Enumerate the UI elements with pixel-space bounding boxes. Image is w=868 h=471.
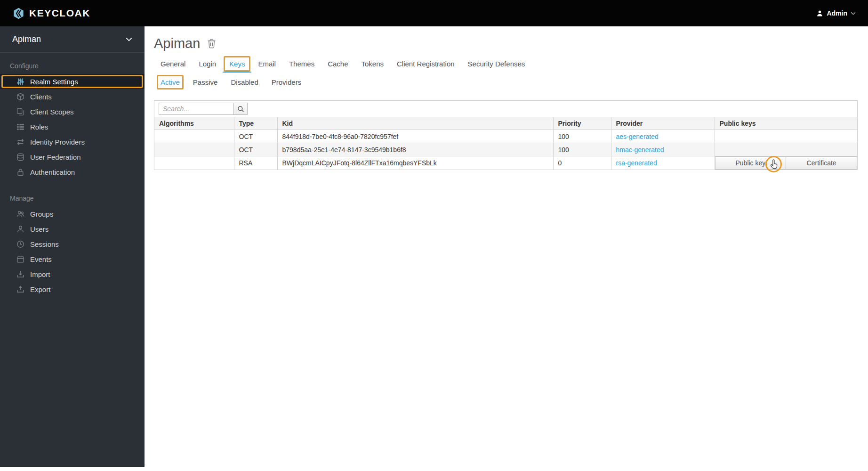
- column-header-provider: Provider: [611, 117, 715, 130]
- users-icon: [16, 210, 25, 218]
- sidebar-item-label: Import: [30, 270, 50, 278]
- database-icon: [16, 153, 25, 161]
- cell-algorithms: [154, 156, 234, 170]
- tab-tokens[interactable]: Tokens: [355, 56, 391, 73]
- provider-link[interactable]: aes-generated: [616, 133, 659, 140]
- clock-icon: [16, 240, 25, 248]
- tab-themes[interactable]: Themes: [282, 56, 321, 73]
- sidebar-item-import[interactable]: Import: [0, 267, 145, 282]
- sidebar-item-label: Realm Settings: [30, 78, 78, 86]
- calendar-icon: [16, 255, 25, 263]
- chevron-down-icon: [851, 12, 856, 15]
- cell-public-keys: [715, 130, 857, 143]
- certificate-button-label: Certificate: [807, 159, 836, 167]
- public-key-button[interactable]: Public key: [715, 156, 787, 170]
- search-button[interactable]: [233, 103, 248, 115]
- sidebar-item-identity-providers[interactable]: Identity Providers: [0, 134, 145, 149]
- cell-algorithms: [154, 143, 234, 156]
- brand-text: KEYCLOAK: [29, 8, 90, 19]
- chevron-down-icon: [126, 37, 132, 41]
- sidebar-item-label: Authentication: [30, 168, 75, 176]
- table-row: RSA BWjDqcmLAICpyJFotq-8l64ZllFTxa16mqbe…: [154, 156, 857, 170]
- search-icon: [237, 106, 244, 113]
- list-icon: [16, 123, 25, 131]
- sidebar-item-client-scopes[interactable]: Client Scopes: [0, 104, 145, 119]
- sidebar-item-realm-settings[interactable]: Realm Settings: [0, 74, 145, 89]
- cell-provider: rsa-generated: [611, 156, 715, 170]
- public-key-button-label: Public key: [735, 159, 765, 167]
- subtab-passive[interactable]: Passive: [186, 74, 225, 90]
- cell-kid: 844f918d-7be0-4fc8-96a0-7820fc957fef: [277, 130, 553, 143]
- lock-icon: [16, 168, 25, 176]
- sidebar-item-label: Identity Providers: [30, 138, 85, 146]
- tab-cache[interactable]: Cache: [321, 56, 354, 73]
- tab-keys-label: Keys: [229, 60, 245, 68]
- clone-icon: [16, 108, 25, 116]
- tab-general[interactable]: General: [154, 56, 192, 73]
- subtab-disabled[interactable]: Disabled: [224, 74, 265, 90]
- sidebar-item-label: Export: [30, 285, 50, 293]
- sidebar-item-roles[interactable]: Roles: [0, 119, 145, 134]
- column-header-public-keys: Public keys: [715, 117, 857, 130]
- sidebar-item-groups[interactable]: Groups: [0, 206, 145, 221]
- sidebar-item-label: Clients: [30, 93, 52, 101]
- nav-section-manage: Manage: [0, 179, 145, 206]
- tab-email[interactable]: Email: [251, 56, 282, 73]
- nav-list-manage: Groups Users Sessions Events: [0, 206, 145, 297]
- cell-priority: 100: [553, 130, 611, 143]
- subtab-providers[interactable]: Providers: [265, 74, 308, 90]
- realm-selector-label: Apiman: [12, 34, 41, 44]
- search-input[interactable]: [159, 103, 234, 115]
- sidebar-item-users[interactable]: Users: [0, 221, 145, 236]
- page-title: Apiman: [154, 34, 200, 52]
- subtab-active[interactable]: Active: [154, 74, 186, 90]
- realm-selector[interactable]: Apiman: [0, 26, 145, 53]
- tab-login[interactable]: Login: [192, 56, 223, 73]
- trash-icon: [207, 39, 216, 49]
- sidebar-item-export[interactable]: Export: [0, 282, 145, 297]
- sidebar-item-user-federation[interactable]: User Federation: [0, 149, 145, 164]
- sidebar-item-label: Roles: [30, 123, 48, 131]
- keycloak-logo[interactable]: KEYCLOAK: [12, 7, 90, 20]
- nav-section-configure: Configure: [0, 53, 145, 74]
- provider-link[interactable]: hmac-generated: [616, 146, 664, 154]
- cell-type: OCT: [234, 143, 277, 156]
- export-icon: [16, 285, 25, 293]
- table-toolbar: [154, 101, 857, 117]
- user-icon: [16, 225, 25, 233]
- cell-type: RSA: [234, 156, 277, 170]
- tab-security-defenses[interactable]: Security Defenses: [461, 56, 532, 73]
- user-name: Admin: [827, 9, 847, 17]
- certificate-button[interactable]: Certificate: [786, 156, 857, 170]
- main-content: Apiman General Login Keys Email Themes C…: [145, 26, 868, 170]
- table-row: OCT 844f918d-7be0-4fc8-96a0-7820fc957fef…: [154, 130, 857, 143]
- sidebar-item-label: Sessions: [30, 240, 59, 248]
- keycloak-logo-icon: [12, 7, 25, 20]
- user-menu[interactable]: Admin: [816, 9, 856, 17]
- subtab-active-label: Active: [161, 78, 180, 86]
- topbar: KEYCLOAK Admin: [0, 0, 868, 26]
- sidebar-item-clients[interactable]: Clients: [0, 89, 145, 104]
- user-icon: [816, 10, 823, 17]
- cell-provider: aes-generated: [611, 130, 715, 143]
- provider-link[interactable]: rsa-generated: [616, 159, 657, 167]
- delete-realm-button[interactable]: [207, 39, 216, 49]
- cell-provider: hmac-generated: [611, 143, 715, 156]
- sidebar-item-label: Events: [30, 255, 52, 263]
- sidebar-item-authentication[interactable]: Authentication: [0, 164, 145, 179]
- column-header-priority: Priority: [553, 117, 611, 130]
- sidebar-item-sessions[interactable]: Sessions: [0, 236, 145, 252]
- public-keys-button-group: Public key: [715, 156, 858, 170]
- sidebar: Apiman Configure Realm Settings Clients: [0, 26, 145, 467]
- cell-priority: 0: [553, 156, 611, 170]
- cell-algorithms: [154, 130, 234, 143]
- sidebar-item-events[interactable]: Events: [0, 252, 145, 267]
- table-header-row: Algorithms Type Kid Priority Provider Pu…: [154, 117, 857, 130]
- cell-kid: BWjDqcmLAICpyJFotq-8l64ZllFTxa16mqbesYFS…: [277, 156, 553, 170]
- sidebar-item-label: Users: [30, 225, 48, 233]
- nav-list-configure: Realm Settings Clients Client Scopes Rol…: [0, 74, 145, 179]
- import-icon: [16, 270, 25, 278]
- tab-keys[interactable]: Keys: [223, 56, 251, 73]
- tab-client-registration[interactable]: Client Registration: [390, 56, 461, 73]
- cell-public-keys: Public key: [715, 156, 857, 170]
